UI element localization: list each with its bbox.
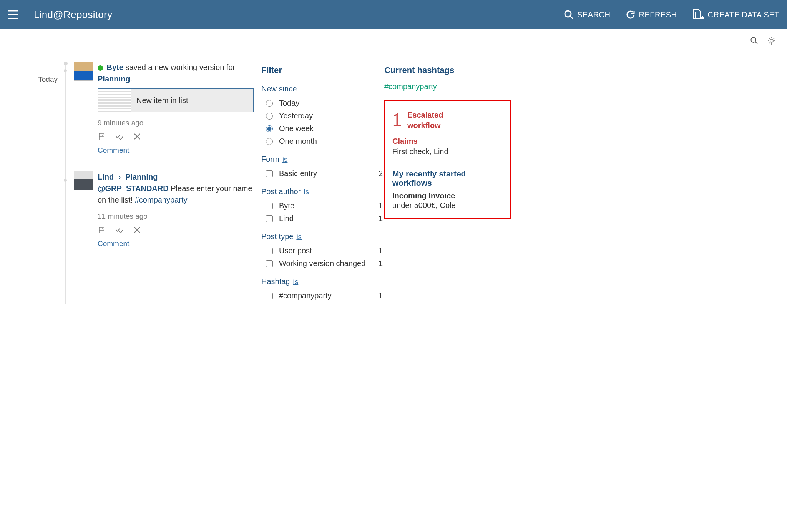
chevron-right-icon: › [118, 173, 121, 181]
refresh-label: REFRESH [639, 10, 677, 19]
close-icon[interactable] [134, 226, 141, 233]
app-title: Lind@Repository [34, 9, 112, 21]
attachment-card[interactable]: New item in list [98, 88, 254, 112]
filter-radio-today[interactable]: Today [266, 99, 384, 108]
filter-radio-one-month[interactable]: One month [266, 137, 384, 146]
filter-radio-one-week[interactable]: One week [266, 124, 384, 133]
gear-icon[interactable] [767, 36, 776, 45]
side-column: Current hashtags #companyparty 1 Escalat… [384, 62, 511, 304]
search-label: SEARCH [577, 10, 610, 19]
search-icon[interactable] [750, 37, 759, 45]
create-dataset-action[interactable]: CREATE DATA SET [692, 9, 779, 20]
filter-section-form: Formis [261, 155, 384, 164]
svg-point-0 [565, 11, 571, 17]
attachment-thumbnail [98, 89, 131, 112]
flag-icon[interactable] [98, 133, 105, 140]
post-target-link[interactable]: Planning [98, 75, 130, 83]
escalated-title-line1: Escalated [407, 110, 443, 120]
post-actions [98, 226, 254, 234]
refresh-icon [625, 9, 636, 20]
comment-link[interactable]: Comment [98, 145, 254, 156]
comment-link[interactable]: Comment [98, 238, 254, 249]
filter-is-link[interactable]: is [296, 233, 302, 241]
create-dataset-label: CREATE DATA SET [708, 10, 779, 19]
close-icon[interactable] [134, 133, 141, 140]
feed-post: Lind › Planning @GRP_STANDARD Please ent… [74, 171, 254, 249]
breadcrumb: Lind › Planning [98, 173, 158, 181]
my-workflows-title: My recently started workflows [392, 169, 503, 188]
filter-is-link[interactable]: is [293, 278, 299, 286]
avatar[interactable] [74, 171, 93, 190]
filter-section-post-author: Post authoris [261, 187, 384, 196]
hamburger-menu-icon[interactable] [8, 10, 18, 19]
post-action-text: saved a new working version for [123, 63, 235, 71]
filter-title: Filter [261, 65, 384, 75]
refresh-action[interactable]: REFRESH [625, 9, 677, 20]
feed-column: Byte saved a new working version for Pla… [65, 62, 254, 304]
filter-section-hashtag: Hashtagis [261, 277, 384, 286]
mention-link[interactable]: @GRP_STANDARD [98, 184, 169, 193]
filter-is-link[interactable]: is [304, 188, 309, 196]
filter-checkbox[interactable]: Basic entry2 [266, 169, 384, 178]
escalated-count: 1 [392, 110, 402, 129]
highlight-box: 1 Escalated workflow Claims First check,… [384, 100, 511, 219]
filter-checkbox[interactable]: Byte1 [266, 201, 384, 210]
mark-done-icon[interactable] [115, 226, 124, 234]
filter-column: Filter New since Today Yesterday One wee… [261, 62, 384, 304]
breadcrumb-target[interactable]: Planning [125, 173, 158, 181]
post-time: 11 minutes ago [98, 211, 254, 222]
hashtag-link[interactable]: #companyparty [135, 196, 188, 204]
feed-post: Byte saved a new working version for Pla… [74, 62, 254, 156]
filter-checkbox[interactable]: #companyparty1 [266, 291, 384, 300]
create-dataset-icon [692, 9, 705, 20]
filter-is-link[interactable]: is [282, 155, 288, 163]
timeline-label: Today [0, 62, 65, 304]
search-icon [563, 9, 574, 20]
breadcrumb-user[interactable]: Lind [98, 173, 114, 181]
filter-checkbox[interactable]: Lind1 [266, 214, 384, 223]
svg-point-2 [770, 39, 773, 42]
workflow-name[interactable]: Incoming Invoice [392, 191, 503, 200]
post-time: 9 minutes ago [98, 118, 254, 129]
search-action[interactable]: SEARCH [563, 9, 610, 20]
content-area: Today Byte saved a new working version f… [0, 52, 787, 327]
svg-point-1 [751, 37, 756, 42]
avatar[interactable] [74, 62, 93, 81]
escalated-title-line2: workflow [407, 120, 443, 131]
post-user-link[interactable]: Byte [107, 63, 123, 71]
filter-section-post-type: Post typeis [261, 232, 384, 241]
filter-section-new-since: New since [261, 85, 384, 93]
status-dot-icon [98, 65, 103, 71]
post-actions [98, 133, 254, 140]
escalated-subject[interactable]: Claims [392, 137, 503, 146]
filter-checkbox[interactable]: Working version changed1 [266, 259, 384, 268]
current-hashtags-title: Current hashtags [384, 65, 511, 75]
app-header: Lind@Repository SEARCH REFRESH CREATE DA… [0, 0, 787, 29]
filter-checkbox[interactable]: User post1 [266, 246, 384, 255]
sub-toolbar [0, 29, 787, 52]
flag-icon[interactable] [98, 226, 105, 234]
escalated-detail: First check, Lind [392, 147, 503, 156]
mark-done-icon[interactable] [115, 133, 124, 140]
hashtag-link[interactable]: #companyparty [384, 82, 511, 91]
attachment-label: New item in list [131, 95, 188, 106]
filter-radio-yesterday[interactable]: Yesterday [266, 111, 384, 120]
workflow-detail: under 5000€, Cole [392, 201, 503, 210]
